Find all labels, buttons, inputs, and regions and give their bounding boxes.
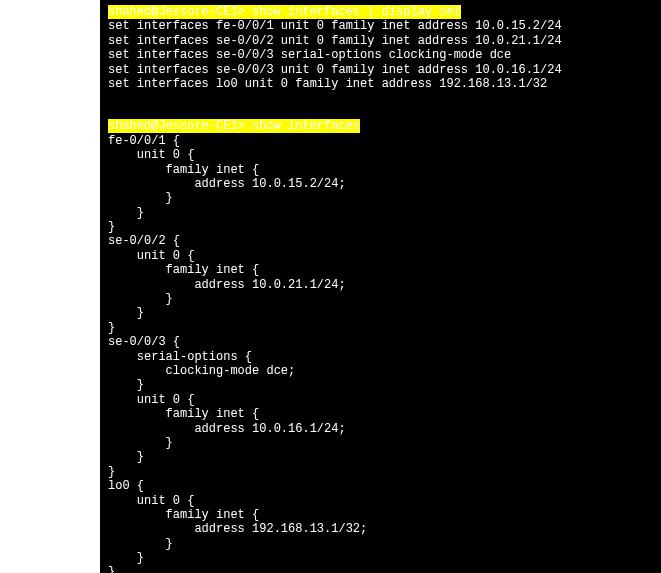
output-line: } xyxy=(100,306,661,320)
output-line: } xyxy=(100,206,661,220)
prompt-line-1: shahed@Jessore-CE1> show interfaces | di… xyxy=(100,5,661,19)
output-line: } xyxy=(100,191,661,205)
output-line: se-0/0/2 { xyxy=(100,234,661,248)
output-line: unit 0 { xyxy=(100,148,661,162)
output-line: address 10.0.15.2/24; xyxy=(100,177,661,191)
output-line: set interfaces se-0/0/3 serial-options c… xyxy=(100,48,661,62)
output-line: family inet { xyxy=(100,508,661,522)
output-line: address 10.0.16.1/24; xyxy=(100,422,661,436)
output-line: set interfaces se-0/0/3 unit 0 family in… xyxy=(100,63,661,77)
output-line: unit 0 { xyxy=(100,393,661,407)
spacer xyxy=(100,105,661,119)
prompt-2: shahed@Jessore-CE1> show interfaces xyxy=(108,119,360,133)
output-line: } xyxy=(100,565,661,573)
output-line: clocking-mode dce; xyxy=(100,364,661,378)
output-line: set interfaces fe-0/0/1 unit 0 family in… xyxy=(100,19,661,33)
output-line: } xyxy=(100,378,661,392)
prompt-line-2: shahed@Jessore-CE1> show interfaces xyxy=(100,119,661,133)
output-line: } xyxy=(100,465,661,479)
output-line: } xyxy=(100,321,661,335)
output-line: family inet { xyxy=(100,163,661,177)
output-line: } xyxy=(100,450,661,464)
output-line: set interfaces se-0/0/2 unit 0 family in… xyxy=(100,34,661,48)
output-line: fe-0/0/1 { xyxy=(100,134,661,148)
spacer xyxy=(100,91,661,105)
output-line: address 10.0.21.1/24; xyxy=(100,278,661,292)
output-line: se-0/0/3 { xyxy=(100,335,661,349)
output-line: lo0 { xyxy=(100,479,661,493)
output-line: unit 0 { xyxy=(100,494,661,508)
output-line: } xyxy=(100,551,661,565)
terminal-window: shahed@Jessore-CE1> show interfaces | di… xyxy=(100,0,661,573)
output-line: } xyxy=(100,220,661,234)
output-line: } xyxy=(100,537,661,551)
output-line: } xyxy=(100,292,661,306)
output-line: set interfaces lo0 unit 0 family inet ad… xyxy=(100,77,661,91)
output-line: family inet { xyxy=(100,263,661,277)
output-line: serial-options { xyxy=(100,350,661,364)
output-line: } xyxy=(100,436,661,450)
output-line: unit 0 { xyxy=(100,249,661,263)
output-line: family inet { xyxy=(100,407,661,421)
output-line: address 192.168.13.1/32; xyxy=(100,522,661,536)
prompt-1: shahed@Jessore-CE1> show interfaces | di… xyxy=(108,5,461,19)
